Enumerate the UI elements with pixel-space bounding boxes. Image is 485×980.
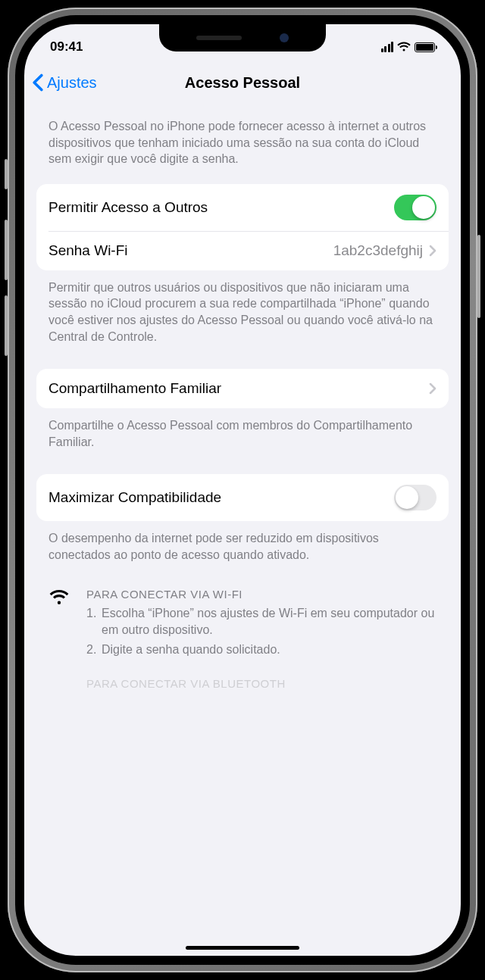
maximize-compatibility-footer: O desempenho da internet pode ser reduzi… xyxy=(36,521,449,579)
help-bluetooth-title: PARA CONECTAR VIA BLUETOOTH xyxy=(36,662,449,690)
maximize-compatibility-row[interactable]: Maximizar Compatibilidade xyxy=(36,474,449,521)
status-time: 09:41 xyxy=(50,39,83,55)
cellular-icon xyxy=(381,42,394,52)
home-indicator[interactable] xyxy=(186,946,299,950)
allow-others-label: Permitir Acesso a Outros xyxy=(48,199,394,216)
allow-others-footer: Permitir que outros usuários ou disposit… xyxy=(36,270,449,361)
family-sharing-label: Compartilhamento Familiar xyxy=(48,380,429,397)
wifi-icon xyxy=(397,42,411,52)
family-sharing-footer: Compartilhe o Acesso Pessoal com membros… xyxy=(36,408,449,467)
allow-others-row[interactable]: Permitir Acesso a Outros xyxy=(36,184,449,231)
help-wifi-section: PARA CONECTAR VIA WI-FI Escolha “iPhone”… xyxy=(36,580,449,662)
settings-group-compat: Maximizar Compatibilidade xyxy=(36,474,449,521)
back-label: Ajustes xyxy=(47,74,97,92)
maximize-compatibility-label: Maximizar Compatibilidade xyxy=(48,489,394,506)
chevron-right-icon xyxy=(429,382,436,395)
help-wifi-step2: Digite a senha quando solicitado. xyxy=(86,641,436,658)
help-wifi-title: PARA CONECTAR VIA WI-FI xyxy=(86,588,436,601)
wifi-password-value: 1ab2c3defghij xyxy=(333,242,423,259)
allow-others-toggle[interactable] xyxy=(394,195,436,220)
chevron-right-icon xyxy=(429,245,436,257)
nav-bar: Ajustes Acesso Pessoal xyxy=(24,62,461,103)
wifi-password-row[interactable]: Senha Wi-Fi 1ab2c3defghij xyxy=(36,231,449,270)
settings-group-main: Permitir Acesso a Outros Senha Wi-Fi 1ab… xyxy=(36,184,449,270)
wifi-password-label: Senha Wi-Fi xyxy=(48,242,333,259)
maximize-compatibility-toggle[interactable] xyxy=(394,485,436,510)
wifi-icon xyxy=(48,588,73,662)
family-sharing-row[interactable]: Compartilhamento Familiar xyxy=(36,369,449,408)
intro-description: O Acesso Pessoal no iPhone pode fornecer… xyxy=(36,103,449,176)
settings-group-family: Compartilhamento Familiar xyxy=(36,369,449,408)
help-wifi-step1: Escolha “iPhone” nos ajustes de Wi-Fi em… xyxy=(86,605,436,639)
device-notch xyxy=(159,24,326,51)
battery-icon xyxy=(415,42,435,52)
phone-frame: 09:41 Ajustes Acesso Pessoal O Acesso Pe… xyxy=(8,8,477,972)
back-button[interactable]: Ajustes xyxy=(32,73,97,92)
